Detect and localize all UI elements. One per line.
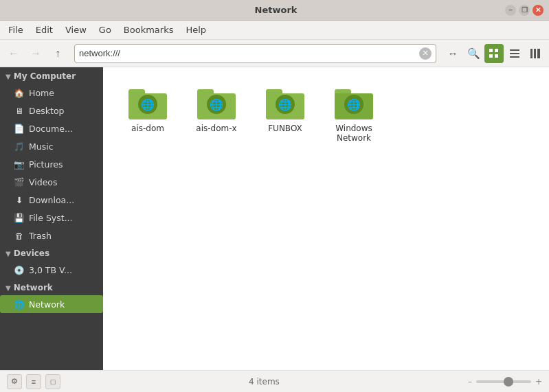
svg-rect-7 — [530, 49, 533, 58]
address-clear-button[interactable]: ✕ — [419, 47, 432, 60]
network-section-label: Network — [14, 283, 53, 292]
location-toggle-button[interactable]: ↔ — [443, 44, 462, 63]
file-label-ais-dom-x: ais-dom-x — [196, 124, 236, 133]
sidebar-label-network: Network — [29, 299, 65, 310]
devices-label: Devices — [14, 249, 49, 258]
svg-rect-3 — [495, 54, 498, 58]
sidebar-label-music: Music — [29, 141, 54, 152]
menu-edit[interactable]: Edit — [30, 23, 58, 37]
globe-icon-windows-network: 🌐 — [344, 95, 363, 114]
menubar: File Edit View Go Bookmarks Help — [0, 21, 549, 40]
network-icon: 🌐 — [14, 299, 25, 310]
window-title: Network — [47, 5, 505, 15]
list-view-button[interactable] — [505, 44, 524, 63]
statusbar-btn3[interactable]: □ — [45, 374, 60, 389]
file-item-funbox[interactable]: 🌐 FUNBOX — [254, 81, 316, 148]
pictures-icon: 📷 — [14, 159, 25, 170]
sidebar-label-filesystem: File Syst... — [29, 213, 73, 223]
svg-rect-5 — [510, 53, 519, 54]
menu-bookmarks[interactable]: Bookmarks — [118, 23, 179, 37]
svg-rect-0 — [489, 49, 493, 52]
icon-view-button[interactable] — [484, 44, 504, 63]
back-button[interactable]: ← — [4, 44, 23, 63]
file-label-windows-network: Windows Network — [328, 124, 379, 143]
address-bar-wrap: ✕ — [74, 44, 436, 63]
statusbar-item-count: 4 items — [60, 377, 468, 387]
maximize-button[interactable]: ❐ — [519, 5, 530, 16]
file-area: 🌐 ais-dom 🌐 ais-dom-x 🌐 FUNBOX — [103, 67, 549, 370]
my-computer-arrow: ▼ — [5, 73, 11, 80]
sidebar-label-drive: 3,0 TB V... — [29, 265, 72, 275]
folder-icon-ais-dom: 🌐 — [128, 87, 167, 119]
file-item-windows-network[interactable]: 🌐 Windows Network — [323, 81, 385, 148]
folder-icon-funbox: 🌐 — [266, 87, 304, 119]
videos-icon: 🎬 — [14, 176, 25, 187]
svg-rect-4 — [510, 49, 519, 51]
zoom-minus: – — [468, 377, 472, 387]
svg-rect-2 — [489, 54, 493, 58]
music-icon: 🎵 — [14, 141, 25, 152]
menu-view[interactable]: View — [60, 23, 92, 37]
trash-icon: 🗑 — [14, 230, 25, 241]
zoom-slider[interactable] — [476, 380, 531, 383]
sidebar-label-documents: Docume... — [29, 124, 73, 134]
sidebar-label-trash: Trash — [29, 231, 52, 241]
statusbar-btn2[interactable]: ≡ — [26, 374, 41, 389]
close-button[interactable]: ✕ — [533, 5, 544, 16]
sidebar-item-drive[interactable]: 💿 3,0 TB V... — [0, 261, 103, 279]
search-button[interactable]: 🔍 — [464, 44, 483, 63]
globe-icon-ais-dom: 🌐 — [138, 95, 157, 114]
sidebar-item-downloads[interactable]: ⬇ Downloa... — [0, 191, 103, 209]
download-icon: ⬇ — [14, 194, 25, 205]
titlebar-buttons: – ❐ ✕ — [505, 5, 544, 16]
network-arrow: ▼ — [5, 284, 11, 292]
main-area: ▼ My Computer 🏠 Home 🖥 Desktop 📄 Docume.… — [0, 67, 549, 370]
svg-rect-1 — [495, 49, 498, 52]
sidebar-section-my-computer: ▼ My Computer — [0, 67, 103, 84]
file-label-ais-dom: ais-dom — [131, 124, 164, 133]
menu-go[interactable]: Go — [93, 23, 117, 37]
sidebar-item-desktop[interactable]: 🖥 Desktop — [0, 102, 103, 119]
file-item-ais-dom-x[interactable]: 🌐 ais-dom-x — [186, 81, 247, 148]
sidebar-section-devices: ▼ Devices — [0, 244, 103, 261]
file-label-funbox: FUNBOX — [268, 124, 302, 133]
drive-icon: 💿 — [14, 264, 25, 275]
sidebar-item-trash[interactable]: 🗑 Trash — [0, 227, 103, 244]
folder-icon-ais-dom-x: 🌐 — [197, 87, 236, 119]
desktop-icon: 🖥 — [14, 105, 25, 116]
sidebar: ▼ My Computer 🏠 Home 🖥 Desktop 📄 Docume.… — [0, 67, 103, 370]
menu-help[interactable]: Help — [180, 23, 212, 37]
sidebar-label-videos: Videos — [29, 177, 58, 187]
address-input[interactable] — [79, 48, 419, 58]
sidebar-item-videos[interactable]: 🎬 Videos — [0, 173, 103, 191]
sidebar-item-filesystem[interactable]: 💾 File Syst... — [0, 209, 103, 227]
my-computer-label: My Computer — [14, 71, 76, 81]
toolbar-right: ↔ 🔍 — [443, 44, 545, 63]
document-icon: 📄 — [14, 123, 25, 134]
sidebar-label-downloads: Downloa... — [29, 195, 74, 205]
file-item-ais-dom[interactable]: 🌐 ais-dom — [117, 81, 179, 148]
home-icon: 🏠 — [14, 87, 25, 98]
up-button[interactable]: ↑ — [48, 44, 67, 63]
minimize-button[interactable]: – — [505, 5, 516, 16]
menu-file[interactable]: File — [3, 23, 29, 37]
sidebar-item-documents[interactable]: 📄 Docume... — [0, 119, 103, 137]
folder-icon-windows-network: 🌐 — [335, 87, 373, 119]
sidebar-label-desktop: Desktop — [29, 106, 65, 116]
filesystem-icon: 💾 — [14, 212, 25, 223]
statusbar-right: – + — [468, 377, 542, 387]
statusbar-left: ⚙ ≡ □ — [7, 374, 60, 389]
devices-arrow: ▼ — [5, 250, 11, 257]
sidebar-item-home[interactable]: 🏠 Home — [0, 84, 103, 102]
statusbar-btn1[interactable]: ⚙ — [7, 374, 22, 389]
sidebar-item-pictures[interactable]: 📷 Pictures — [0, 155, 103, 173]
globe-icon-funbox: 🌐 — [276, 95, 295, 114]
forward-button[interactable]: → — [26, 44, 45, 63]
sidebar-item-network[interactable]: 🌐 Network — [0, 295, 103, 313]
sidebar-section-network: ▼ Network — [0, 279, 103, 295]
svg-rect-6 — [510, 56, 519, 58]
column-view-button[interactable] — [526, 44, 545, 63]
toolbar: ← → ↑ ✕ ↔ 🔍 — [0, 40, 549, 67]
sidebar-item-music[interactable]: 🎵 Music — [0, 137, 103, 155]
titlebar: Network – ❐ ✕ — [0, 0, 549, 21]
